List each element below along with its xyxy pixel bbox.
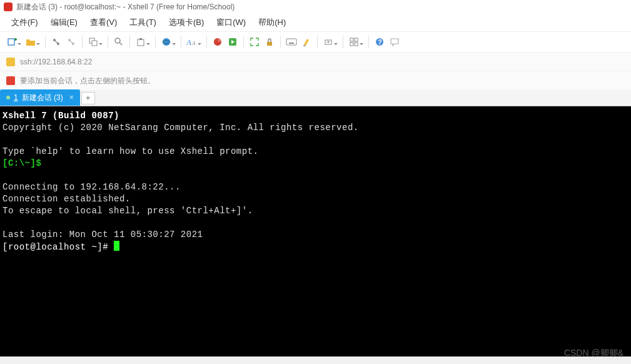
tabbar: 1 新建会话 (3) × + xyxy=(0,90,631,106)
separator xyxy=(82,36,83,48)
cursor-icon xyxy=(114,241,119,251)
svg-rect-32 xyxy=(355,43,358,46)
separator xyxy=(343,36,343,48)
separator xyxy=(317,36,318,48)
window-title: 新建会话 (3) - root@localhost:~ - Xshell 7 (… xyxy=(16,2,235,13)
svg-rect-0 xyxy=(8,39,14,45)
svg-point-11 xyxy=(115,38,120,43)
add-tab-button[interactable]: + xyxy=(81,92,95,104)
menu-file[interactable]: 文件(F) xyxy=(6,16,43,29)
svg-rect-31 xyxy=(350,43,353,46)
term-prompt: [C:\~]$ xyxy=(3,158,41,168)
svg-rect-14 xyxy=(139,38,142,40)
open-session-button[interactable] xyxy=(24,35,38,49)
record-button[interactable] xyxy=(211,35,225,49)
separator xyxy=(243,36,244,48)
menu-tools[interactable]: 工具(T) xyxy=(124,16,161,29)
menu-window[interactable]: 窗口(W) xyxy=(211,16,251,29)
menubar: 文件(F) 编辑(E) 查看(V) 工具(T) 选项卡(B) 窗口(W) 帮助(… xyxy=(0,14,631,31)
svg-rect-21 xyxy=(286,39,296,45)
svg-point-15 xyxy=(163,38,170,46)
layout-button[interactable] xyxy=(347,35,361,49)
term-line: Type `help' to learn how to use Xshell p… xyxy=(3,146,258,156)
term-shell-prompt: [root@localhost ~]# xyxy=(3,242,114,252)
svg-text:?: ? xyxy=(378,39,382,46)
terminal[interactable]: Xshell 7 (Build 0087) Copyright (c) 2020… xyxy=(0,106,631,356)
chat-button[interactable] xyxy=(388,35,401,49)
lock-button[interactable] xyxy=(263,35,276,49)
keyboard-button[interactable] xyxy=(285,35,298,49)
tab-number: 1 xyxy=(14,93,18,102)
add-bookmark-icon[interactable] xyxy=(6,76,15,85)
app-icon xyxy=(4,3,13,11)
menu-edit[interactable]: 编辑(E) xyxy=(46,16,83,29)
menu-tabs[interactable]: 选项卡(B) xyxy=(164,16,209,29)
svg-rect-13 xyxy=(138,39,144,46)
disconnect-button[interactable] xyxy=(64,35,78,49)
term-line: Last login: Mon Oct 11 05:30:27 2021 xyxy=(3,230,203,240)
separator xyxy=(155,36,156,48)
svg-rect-29 xyxy=(350,38,353,41)
svg-rect-30 xyxy=(355,38,358,41)
svg-text:A: A xyxy=(191,40,196,46)
term-line: Copyright (c) 2020 NetSarang Computer, I… xyxy=(3,123,359,133)
new-session-button[interactable] xyxy=(5,35,19,49)
status-dot-icon xyxy=(6,96,10,99)
term-line: Xshell 7 (Build 0087) xyxy=(3,111,119,121)
svg-line-8 xyxy=(70,41,73,43)
separator xyxy=(129,36,130,48)
play-button[interactable] xyxy=(226,35,240,49)
separator xyxy=(45,36,46,48)
svg-text:A: A xyxy=(186,38,191,47)
svg-line-5 xyxy=(55,41,58,43)
svg-line-12 xyxy=(119,43,122,45)
addressbar[interactable]: ssh://192.168.64.8:22 xyxy=(0,53,631,71)
term-line: Connecting to 192.168.64.8:22... xyxy=(3,182,181,192)
hint-text: 要添加当前会话，点击左侧的箭头按钮。 xyxy=(20,76,155,86)
menu-help[interactable]: 帮助(H) xyxy=(253,16,291,29)
paste-button[interactable] xyxy=(134,35,148,49)
term-line: To escape to local shell, press 'Ctrl+Al… xyxy=(3,206,253,216)
xftp-button[interactable] xyxy=(321,35,335,49)
separator xyxy=(206,36,207,48)
close-tab-button[interactable]: × xyxy=(69,93,74,102)
font-button[interactable]: AA xyxy=(185,35,199,49)
separator xyxy=(108,36,108,48)
reconnect-button[interactable] xyxy=(49,35,63,49)
tab-label: 新建会话 (3) xyxy=(22,93,63,103)
find-button[interactable] xyxy=(112,35,126,49)
address-text: ssh://192.168.64.8:22 xyxy=(20,58,92,66)
highlight-button[interactable] xyxy=(300,35,313,49)
globe-button[interactable] xyxy=(159,35,173,49)
term-line: Connection established. xyxy=(3,194,131,204)
separator xyxy=(368,36,369,48)
help-button[interactable]: ? xyxy=(373,35,386,49)
session-tab[interactable]: 1 新建会话 (3) × xyxy=(0,89,80,106)
toolbar: AA ? xyxy=(0,31,631,53)
fullscreen-button[interactable] xyxy=(248,35,261,49)
watermark: CSDN @卿卿& xyxy=(564,348,623,359)
titlebar: 新建会话 (3) - root@localhost:~ - Xshell 7 (… xyxy=(0,0,631,14)
menu-view[interactable]: 查看(V) xyxy=(85,16,122,29)
lock-icon xyxy=(6,58,15,66)
separator xyxy=(181,36,181,48)
svg-rect-20 xyxy=(267,42,272,46)
svg-rect-10 xyxy=(92,41,97,46)
copy-button[interactable] xyxy=(86,35,100,49)
separator xyxy=(280,36,281,48)
hintbar: 要添加当前会话，点击左侧的箭头按钮。 xyxy=(0,71,631,90)
